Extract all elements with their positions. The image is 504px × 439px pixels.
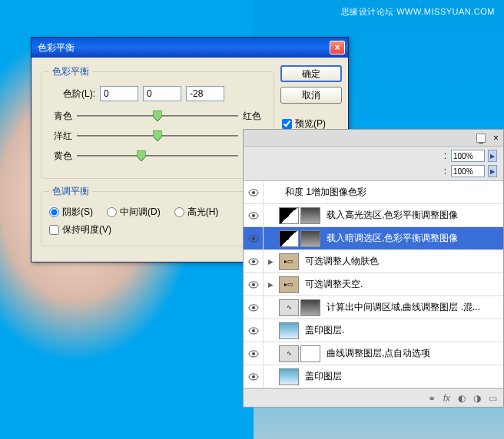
slider-0[interactable] [77,109,238,123]
layer-list: 和度 1增加图像色彩载入高光选区,色彩平衡调整图像载入暗调选区,色彩平衡调整图像… [244,181,503,388]
layer-name: 和度 1增加图像色彩 [280,186,503,199]
dialog-title: 色彩平衡 [35,41,330,54]
levels-label: 色阶(L): [49,87,95,101]
visibility-icon[interactable] [244,204,264,226]
svg-marker-1 [154,130,162,141]
cancel-button[interactable]: 取消 [280,87,342,104]
layer-name: 盖印图层. [300,324,503,337]
panel-header[interactable]: _ × [244,130,503,147]
titlebar[interactable]: 色彩平衡 × [32,38,348,58]
slider-left-label: 青色 [49,110,72,123]
visibility-icon[interactable] [244,273,264,295]
shadows-radio[interactable]: 阴影(S) [49,206,93,219]
group-legend: 色彩平衡 [49,65,92,78]
svg-point-16 [252,329,255,332]
fill-arrow-icon[interactable]: ▶ [488,165,497,177]
layer-row[interactable]: 载入暗调选区,色彩平衡调整图像 [244,227,503,250]
tone-legend: 色调平衡 [49,185,92,198]
layers-panel: _ × :▶ :▶ 和度 1增加图像色彩载入高光选区,色彩平衡调整图像载入暗调选… [243,129,504,408]
layer-row[interactable]: ▶▸▭可选调整人物肤色 [244,250,503,273]
highlights-radio[interactable]: 高光(H) [174,206,219,219]
layer-row[interactable]: 载入高光选区,色彩平衡调整图像 [244,204,503,227]
visibility-icon[interactable] [244,181,264,203]
svg-point-10 [252,260,255,263]
layer-name: 计算出中间调区域,曲线调整图层 .混... [322,301,503,314]
visibility-icon[interactable] [244,227,264,249]
opacity-arrow-icon[interactable]: ▶ [488,150,497,162]
visibility-icon[interactable] [244,250,264,272]
svg-point-20 [252,375,255,378]
svg-point-8 [252,237,255,240]
slider-left-label: 洋红 [49,130,72,143]
layer-row[interactable]: ∿曲线调整图层,点自动选项 [244,342,503,365]
fill-input[interactable] [451,165,485,177]
svg-point-4 [252,191,255,194]
slider-right-label: 红色 [243,110,266,123]
minimize-icon[interactable]: _ [476,134,486,143]
svg-marker-0 [154,111,162,121]
layer-row[interactable]: 盖印图层 [244,365,503,388]
link-icon[interactable]: ⚭ [428,393,436,404]
visibility-icon[interactable] [244,319,264,342]
ok-button[interactable]: 确定 [280,65,342,82]
svg-point-12 [252,283,255,286]
slider-left-label: 黄色 [49,150,72,163]
panel-footer: ⚭ fx ◐ ◑ ▭ [244,388,503,407]
midtones-radio[interactable]: 中间调(D) [107,206,161,219]
svg-point-6 [252,214,255,217]
layer-name: 载入暗调选区,色彩平衡调整图像 [322,232,503,245]
layer-row[interactable]: ∿计算出中间调区域,曲线调整图层 .混... [244,296,503,319]
close-panel-icon[interactable]: × [493,133,499,144]
mask-icon[interactable]: ◐ [458,393,466,404]
disclosure-icon[interactable]: ▶ [264,281,277,289]
slider-1[interactable] [77,129,238,143]
svg-marker-2 [138,150,146,161]
layer-name: 可选调整人物肤色 [300,255,503,268]
layer-name: 盖印图层 [300,370,503,383]
svg-point-18 [252,352,255,355]
folder-icon[interactable]: ▭ [489,393,497,404]
watermark: 思缘设计论坛 WWW.MISSYUAN.COM [341,6,495,18]
layer-row[interactable]: ▶▸▭可选调整天空. [244,273,503,296]
layer-name: 曲线调整图层,点自动选项 [322,347,503,360]
close-button[interactable]: × [330,41,345,54]
layer-row[interactable]: 盖印图层. [244,319,503,342]
visibility-icon[interactable] [244,296,264,319]
disclosure-icon[interactable]: ▶ [264,258,277,266]
tone-balance-group: 色调平衡 阴影(S) 中间调(D) 高光(H) 保持明度(V) [41,185,274,246]
adjustment-icon[interactable]: ◑ [473,393,481,404]
level-1-input[interactable] [143,86,181,101]
preserve-luminosity-check[interactable]: 保持明度(V) [49,223,266,236]
color-balance-group: 色彩平衡 色阶(L): 青色红色洋红绿色黄色蓝色 [41,65,274,179]
layer-row[interactable]: 和度 1增加图像色彩 [244,181,503,204]
layer-name: 载入高光选区,色彩平衡调整图像 [322,209,503,222]
svg-point-14 [252,306,255,309]
level-2-input[interactable] [186,86,224,101]
visibility-icon[interactable] [244,365,264,388]
level-0-input[interactable] [100,86,138,101]
layer-name: 可选调整天空. [300,278,503,291]
opacity-input[interactable] [451,150,485,162]
slider-2[interactable] [77,149,238,163]
fx-icon[interactable]: fx [443,393,450,404]
visibility-icon[interactable] [244,342,264,365]
